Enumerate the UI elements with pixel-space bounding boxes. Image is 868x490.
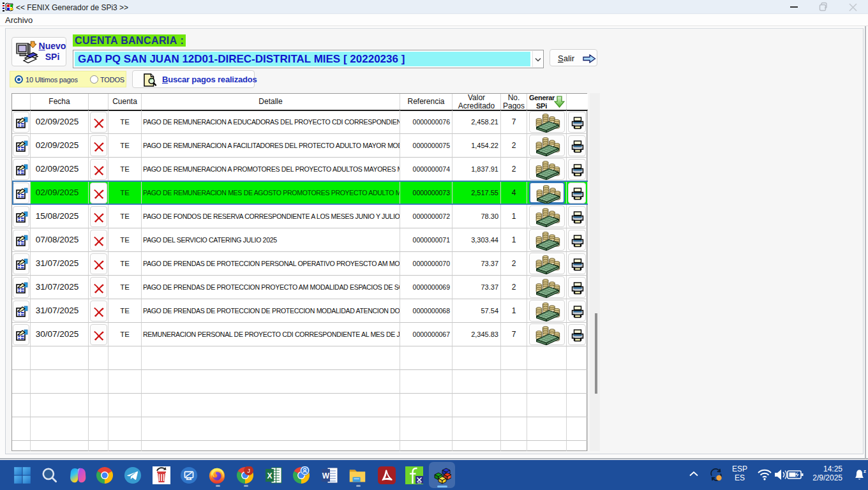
svg-text:sis: sis — [417, 481, 421, 484]
svg-text:J: J — [247, 468, 250, 474]
svg-text:W: W — [322, 471, 330, 480]
svg-text:z: z — [864, 468, 866, 474]
svg-text:X: X — [267, 471, 272, 480]
